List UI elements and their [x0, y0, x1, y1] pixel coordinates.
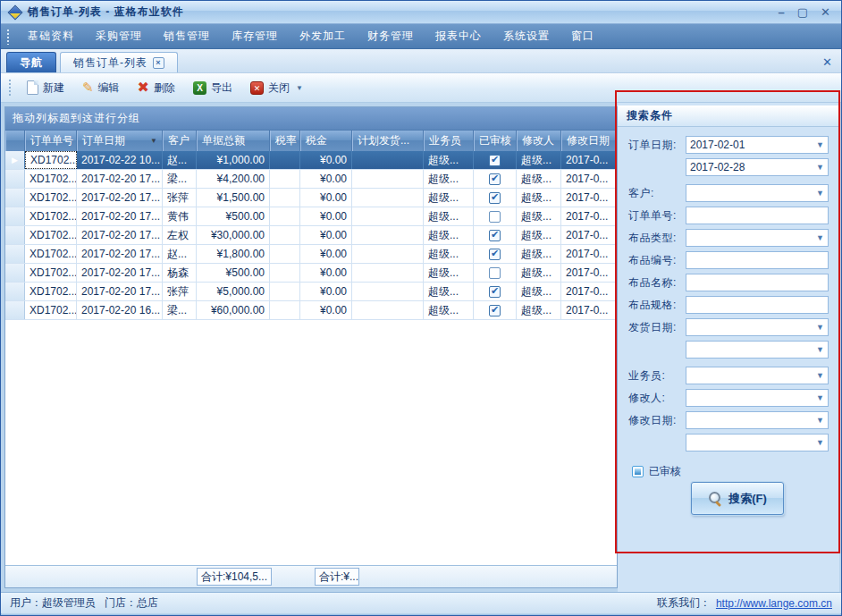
delete-button[interactable]: ✖ 删除 [131, 78, 182, 98]
approved-checkbox[interactable] [489, 173, 501, 185]
cell-customer[interactable]: 赵... [163, 151, 197, 169]
table-row[interactable]: XD1702... 2017-02-20 17... 黄伟 ¥500.00 ¥0… [5, 207, 617, 226]
chevron-down-icon[interactable]: ▼ [816, 163, 824, 172]
cell-salesman[interactable]: 超级... [424, 207, 474, 225]
maximize-icon[interactable]: ▢ [797, 6, 808, 18]
cell-tax[interactable]: ¥0.00 [300, 245, 352, 263]
tab-close-icon[interactable]: × [153, 57, 164, 69]
cell-modifier[interactable]: 超级... [517, 151, 561, 169]
cell-tax-rate[interactable] [270, 189, 300, 207]
cell-modifier[interactable]: 超级... [517, 245, 561, 263]
cell-tax[interactable]: ¥0.00 [300, 283, 352, 300]
cell-modified-date[interactable]: 2017-0... [561, 226, 617, 244]
cell-planned-delivery[interactable] [352, 264, 424, 282]
modifier-select[interactable]: ▼ [686, 389, 829, 407]
header-order-no[interactable]: 订单单号 [25, 131, 77, 151]
cell-salesman[interactable]: 超级... [424, 301, 474, 319]
tabstrip-close-icon[interactable]: ✕ [822, 55, 832, 69]
chevron-down-icon[interactable]: ▼ [816, 140, 824, 149]
cell-modified-date[interactable]: 2017-0... [561, 264, 617, 282]
cell-planned-delivery[interactable] [352, 151, 424, 169]
cell-planned-delivery[interactable] [352, 207, 424, 225]
cell-customer[interactable]: 左权 [163, 226, 197, 244]
fabric-spec-input[interactable] [686, 296, 829, 314]
cell-modified-date[interactable]: 2017-0... [561, 207, 617, 225]
menu-item-settings[interactable]: 系统设置 [493, 24, 560, 48]
cell-amount[interactable]: ¥500.00 [197, 207, 270, 225]
cell-order-date[interactable]: 2017-02-22 10... [77, 151, 163, 169]
cell-tax[interactable]: ¥0.00 [300, 264, 352, 282]
fabric-no-input[interactable] [686, 251, 829, 269]
delivery-date-from-select[interactable]: ▼ [686, 318, 829, 336]
cell-customer[interactable]: 赵... [163, 245, 197, 263]
cell-order-date[interactable]: 2017-02-20 17... [77, 264, 163, 282]
cell-modifier[interactable]: 超级... [517, 301, 561, 319]
edit-button[interactable]: ✎ 编辑 [75, 78, 127, 98]
approved-filter-checkbox[interactable] [632, 466, 644, 477]
cell-amount[interactable]: ¥4,200.00 [197, 170, 270, 188]
cell-tax-rate[interactable] [270, 226, 300, 244]
header-salesman[interactable]: 业务员 [424, 131, 474, 151]
header-amount[interactable]: 单据总额 [197, 131, 270, 151]
approved-checkbox[interactable] [489, 286, 501, 298]
approved-checkbox[interactable] [489, 155, 501, 166]
cell-order-date[interactable]: 2017-02-20 17... [77, 189, 163, 207]
modified-date-to-select[interactable]: ▼ [686, 434, 829, 451]
fabric-type-select[interactable]: ▼ [686, 229, 829, 247]
cell-modified-date[interactable]: 2017-0... [561, 301, 617, 319]
sort-desc-icon[interactable]: ▼ [150, 137, 157, 145]
cell-modified-date[interactable]: 2017-0... [561, 189, 617, 207]
header-approved[interactable]: 已审核 [474, 131, 517, 151]
cell-planned-delivery[interactable] [352, 189, 424, 207]
chevron-down-icon[interactable]: ▼ [816, 345, 824, 354]
cell-tax[interactable]: ¥0.00 [300, 301, 352, 319]
table-row[interactable]: XD1702... 2017-02-20 17... 梁... ¥4,200.0… [5, 170, 617, 189]
menu-item-purchase[interactable]: 采购管理 [86, 24, 152, 48]
chevron-down-icon[interactable]: ▼ [816, 438, 824, 447]
new-button[interactable]: 新建 [20, 78, 72, 98]
cell-tax-rate[interactable] [270, 170, 300, 188]
approved-checkbox[interactable] [489, 249, 501, 260]
delivery-date-to-select[interactable]: ▼ [686, 341, 829, 359]
cell-salesman[interactable]: 超级... [424, 245, 474, 263]
header-order-date[interactable]: 订单日期 ▼ [77, 131, 163, 151]
cell-order-no[interactable]: XD1702... [25, 283, 77, 300]
cell-order-date[interactable]: 2017-02-20 17... [77, 226, 163, 244]
chevron-down-icon[interactable]: ▼ [816, 233, 824, 242]
cell-modifier[interactable]: 超级... [517, 264, 561, 282]
cell-tax[interactable]: ¥0.00 [300, 170, 352, 188]
menu-item-outsourcing[interactable]: 外发加工 [290, 24, 356, 48]
order-date-to-select[interactable]: 2017-02-28 ▼ [686, 158, 829, 176]
cell-modifier[interactable]: 超级... [517, 283, 561, 300]
cell-customer[interactable]: 张萍 [163, 283, 197, 300]
cell-tax-rate[interactable] [270, 264, 300, 282]
tab-navigation[interactable]: 导航 [6, 52, 56, 72]
cell-amount[interactable]: ¥1,000.00 [197, 151, 270, 169]
cell-tax-rate[interactable] [270, 207, 300, 225]
cell-customer[interactable]: 杨森 [163, 264, 197, 282]
cell-order-no[interactable]: XD1702... [25, 151, 77, 169]
fabric-name-input[interactable] [686, 274, 829, 291]
table-row[interactable]: XD1702... 2017-02-20 17... 赵... ¥1,800.0… [5, 245, 617, 264]
cell-planned-delivery[interactable] [352, 283, 424, 300]
cell-tax[interactable]: ¥0.00 [300, 207, 352, 225]
cell-order-no[interactable]: XD1702... [25, 264, 77, 282]
cell-salesman[interactable]: 超级... [424, 189, 474, 207]
cell-order-no[interactable]: XD1702... [25, 189, 77, 207]
header-tax[interactable]: 税金 [300, 131, 352, 151]
search-button[interactable]: 搜索(F) [691, 482, 784, 515]
cell-order-no[interactable]: XD1702... [25, 245, 77, 263]
cell-planned-delivery[interactable] [352, 170, 424, 188]
cell-tax-rate[interactable] [270, 301, 300, 319]
cell-planned-delivery[interactable] [352, 301, 424, 319]
cell-order-no[interactable]: XD1702... [25, 301, 77, 319]
group-by-panel[interactable]: 拖动列标题到这进行分组 [5, 107, 617, 131]
cell-amount[interactable]: ¥30,000.00 [197, 226, 270, 244]
approved-checkbox[interactable] [489, 305, 501, 316]
cell-salesman[interactable]: 超级... [424, 151, 474, 169]
cell-tax[interactable]: ¥0.00 [300, 226, 352, 244]
header-modifier[interactable]: 修改人 [517, 131, 561, 151]
tab-sales-order-list[interactable]: 销售订单-列表 × [60, 52, 178, 72]
cell-order-date[interactable]: 2017-02-20 17... [77, 170, 163, 188]
cell-modifier[interactable]: 超级... [517, 170, 561, 188]
